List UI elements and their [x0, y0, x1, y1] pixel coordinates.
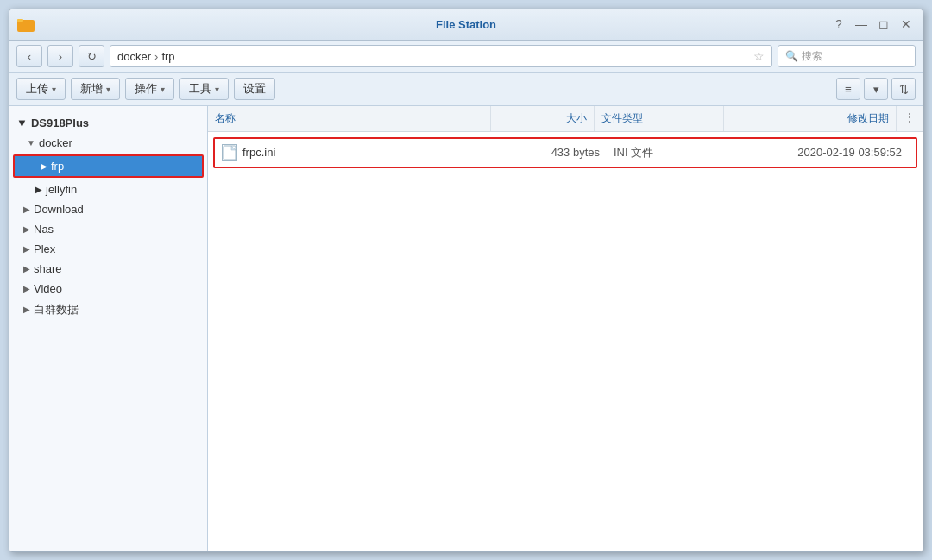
- frp-label: frp: [51, 160, 64, 173]
- file-row-highlight: frpc.ini 433 bytes INI 文件 2020-02-19 03:…: [213, 137, 917, 168]
- file-name-cell: frpc.ini: [222, 144, 503, 161]
- sidebar-item-jellyfin[interactable]: ▶ jellyfin: [9, 179, 207, 199]
- sidebar: ▼ DS918Plus ▼ docker ▶ frp ▶ jellyfin: [9, 106, 208, 551]
- sidebar-item-download[interactable]: ▶ Download: [9, 199, 207, 219]
- address-part1: docker: [117, 50, 151, 63]
- nav-bar: ‹ › ↻ docker › frp ☆ 🔍 搜索: [9, 41, 923, 73]
- table-row[interactable]: frpc.ini 433 bytes INI 文件 2020-02-19 03:…: [215, 139, 916, 167]
- file-size: 433 bytes: [503, 146, 607, 159]
- title-bar-left: [16, 15, 35, 34]
- tools-arrow: ▾: [215, 85, 219, 94]
- help-button[interactable]: ?: [829, 15, 848, 34]
- sort-icon: ⇅: [899, 83, 909, 96]
- share-label: share: [34, 262, 62, 275]
- svg-rect-1: [17, 19, 23, 22]
- toolbar-right: ≡ ▾ ⇅: [836, 78, 916, 100]
- upload-arrow: ▾: [52, 85, 56, 94]
- window-title: File Station: [436, 18, 496, 31]
- docker-arrow: ▼: [27, 138, 35, 148]
- app-icon: [16, 15, 35, 34]
- toolbar: 上传 ▾ 新增 ▾ 操作 ▾ 工具 ▾ 设置 ≡ ▾ ⇅: [9, 73, 923, 106]
- header-type[interactable]: 文件类型: [595, 106, 724, 131]
- minimize-button[interactable]: —: [852, 15, 871, 34]
- search-bar[interactable]: 🔍 搜索: [778, 45, 916, 67]
- tools-label: 工具: [189, 81, 211, 97]
- content-area: ▼ DS918Plus ▼ docker ▶ frp ▶ jellyfin: [9, 106, 923, 551]
- back-button[interactable]: ‹: [16, 45, 42, 67]
- download-label: Download: [34, 203, 84, 216]
- settings-button[interactable]: 设置: [234, 78, 275, 100]
- upload-button[interactable]: 上传 ▾: [16, 78, 66, 100]
- sidebar-item-frp[interactable]: ▶ frp: [15, 156, 202, 176]
- header-name[interactable]: 名称: [208, 106, 491, 131]
- docker-label: docker: [39, 136, 72, 149]
- plex-label: Plex: [34, 242, 55, 255]
- baiqun-arrow: ▶: [23, 305, 30, 314]
- action-button[interactable]: 操作 ▾: [125, 78, 174, 100]
- sidebar-root-label: DS918Plus: [31, 116, 89, 129]
- forward-button[interactable]: ›: [47, 45, 73, 67]
- plex-arrow: ▶: [23, 244, 30, 254]
- file-list: frpc.ini 433 bytes INI 文件 2020-02-19 03:…: [208, 132, 923, 551]
- sort-button[interactable]: ⇅: [891, 78, 916, 100]
- title-bar: File Station ? — ◻ ✕: [9, 9, 923, 41]
- sidebar-item-video[interactable]: ▶ Video: [9, 279, 207, 299]
- close-button[interactable]: ✕: [897, 15, 916, 34]
- sidebar-highlight-frp: ▶ frp: [13, 154, 204, 178]
- svg-rect-2: [224, 146, 236, 160]
- header-size[interactable]: 大小: [491, 106, 595, 131]
- refresh-button[interactable]: ↻: [79, 45, 104, 67]
- new-arrow: ▾: [106, 85, 110, 94]
- file-list-header: 名称 大小 文件类型 修改日期 ⋮: [208, 106, 923, 132]
- nas-arrow: ▶: [23, 224, 30, 234]
- jellyfin-label: jellyfin: [46, 183, 77, 196]
- bookmark-icon[interactable]: ☆: [753, 49, 765, 63]
- video-arrow: ▶: [23, 284, 30, 293]
- baiqun-label: 白群数据: [34, 302, 79, 318]
- sidebar-root-arrow: ▼: [16, 116, 28, 129]
- search-placeholder: 搜索: [802, 49, 822, 64]
- address-separator: ›: [154, 50, 158, 63]
- file-date: 2020-02-19 03:59:52: [736, 146, 909, 159]
- header-date[interactable]: 修改日期: [724, 106, 897, 131]
- share-arrow: ▶: [23, 264, 30, 274]
- sidebar-item-baiqun[interactable]: ▶ 白群数据: [9, 299, 207, 321]
- sidebar-root[interactable]: ▼ DS918Plus: [9, 113, 207, 133]
- view-list-icon: ≡: [845, 83, 852, 96]
- upload-label: 上传: [26, 81, 48, 97]
- tools-button[interactable]: 工具 ▾: [179, 78, 229, 100]
- file-area: 名称 大小 文件类型 修改日期 ⋮: [208, 106, 923, 551]
- sidebar-item-nas[interactable]: ▶ Nas: [9, 219, 207, 239]
- file-type: INI 文件: [607, 145, 736, 160]
- settings-label: 设置: [243, 81, 266, 97]
- title-controls: ? — ◻ ✕: [829, 15, 916, 34]
- file-station-window: File Station ? — ◻ ✕ ‹ › ↻ docker: [9, 9, 923, 552]
- video-label: Video: [34, 282, 62, 295]
- action-arrow: ▾: [161, 85, 165, 94]
- address-bar[interactable]: docker › frp ☆: [110, 45, 772, 67]
- file-icon: [222, 144, 237, 161]
- sidebar-item-plex[interactable]: ▶ Plex: [9, 239, 207, 259]
- sidebar-item-share[interactable]: ▶ share: [9, 259, 207, 279]
- new-button[interactable]: 新增 ▾: [71, 78, 120, 100]
- restore-button[interactable]: ◻: [874, 15, 893, 34]
- sidebar-item-docker[interactable]: ▼ docker: [9, 133, 207, 153]
- header-more[interactable]: ⋮: [897, 106, 923, 131]
- jellyfin-arrow: ▶: [35, 185, 42, 194]
- view-dropdown-icon: ▾: [873, 83, 879, 96]
- search-icon: 🔍: [785, 50, 798, 62]
- download-arrow: ▶: [23, 204, 30, 214]
- action-label: 操作: [135, 81, 157, 97]
- file-name: frpc.ini: [242, 146, 275, 159]
- nas-label: Nas: [34, 223, 54, 236]
- frp-arrow: ▶: [41, 161, 47, 171]
- new-label: 新增: [80, 81, 103, 97]
- address-part2: frp: [161, 50, 174, 63]
- view-dropdown-button[interactable]: ▾: [864, 78, 888, 100]
- view-list-button[interactable]: ≡: [836, 78, 860, 100]
